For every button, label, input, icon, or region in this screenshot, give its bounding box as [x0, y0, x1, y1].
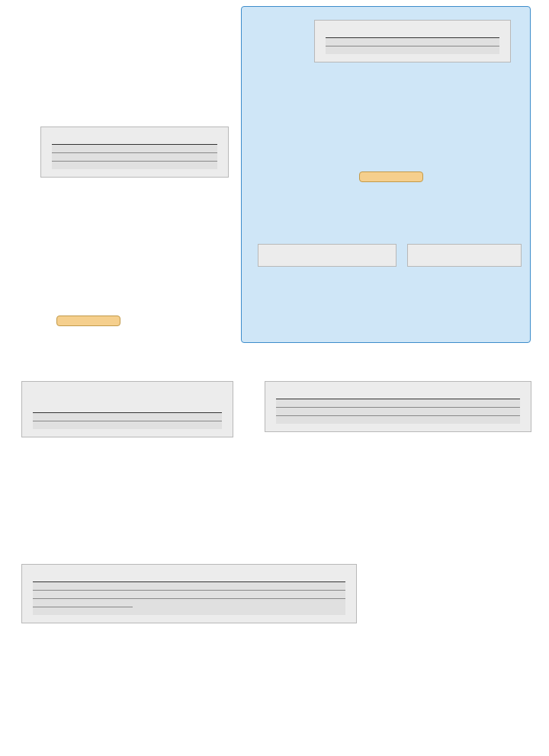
param-val — [354, 416, 520, 424]
node-metadata-extraction — [314, 20, 511, 62]
param-table — [33, 412, 222, 429]
param-val — [104, 145, 217, 153]
param-key — [276, 408, 354, 416]
param-table — [326, 37, 499, 54]
param-key — [33, 582, 133, 591]
param-key — [326, 46, 381, 55]
node-title — [33, 391, 222, 405]
param-val — [354, 408, 520, 416]
param-key — [276, 416, 354, 424]
param-val — [381, 38, 499, 46]
node-plot-entropy — [21, 564, 357, 623]
param-key — [33, 421, 93, 429]
node-plot-conservation-level — [265, 381, 531, 432]
param-val — [104, 162, 217, 170]
param-val — [354, 399, 520, 408]
param-val — [104, 153, 217, 162]
dataframe-1-chip — [56, 316, 120, 326]
param-table — [52, 144, 217, 169]
node-json2csv — [40, 127, 229, 178]
param-val — [133, 582, 345, 591]
node-plot-worldmap — [258, 244, 396, 267]
param-key — [33, 591, 133, 599]
param-key — [33, 599, 133, 607]
param-val — [133, 591, 345, 599]
param-val — [93, 412, 222, 421]
param-table — [33, 581, 345, 615]
param-key — [33, 412, 93, 421]
param-key — [33, 607, 133, 616]
param-val — [381, 46, 499, 55]
param-key — [52, 162, 104, 170]
dataframe-2-chip — [359, 171, 423, 182]
param-key — [52, 153, 104, 162]
diagram-canvas — [0, 0, 549, 756]
param-key — [276, 399, 354, 408]
node-plot-dynamics — [21, 381, 233, 437]
param-table — [276, 399, 520, 424]
node-plot-time — [407, 244, 522, 267]
param-val — [133, 599, 345, 607]
param-val — [93, 421, 222, 429]
param-key — [52, 145, 104, 153]
param-key — [326, 38, 381, 46]
